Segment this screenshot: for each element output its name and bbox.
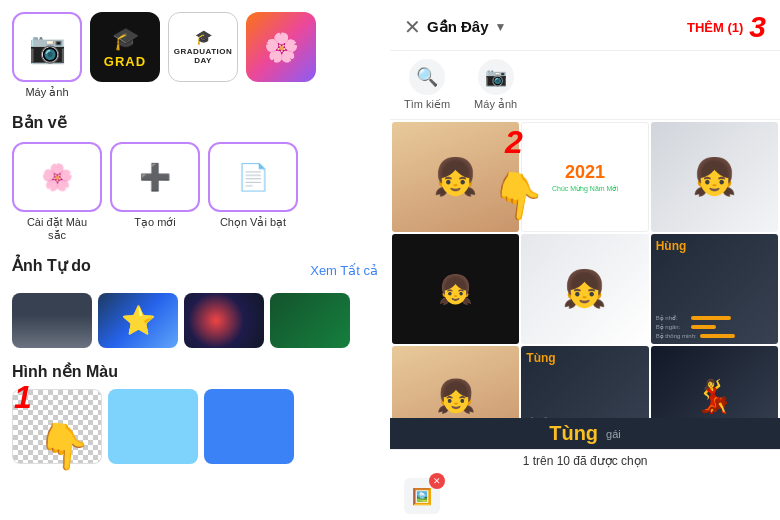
tung-big-bar: Tùng gái (390, 418, 780, 449)
them-button[interactable]: THÊM (1) (687, 20, 743, 35)
stat-label-2: Bộ ngân: (656, 323, 688, 330)
anhtudo-row: ⭐ (12, 293, 378, 348)
template-row: 📷 Máy ảnh 🎓 GRAD 🎓 GRADUATIONDAY 🌸 (12, 12, 378, 99)
camera-icon-box[interactable]: 📷 (12, 12, 82, 82)
text-2021: 2021 (565, 162, 605, 183)
xem-tat-ca-link[interactable]: Xem Tất cả (310, 263, 378, 278)
bottom-bar: 🖼️ ✕ (390, 472, 780, 520)
hinhnenmau-header: Hình nền Màu (12, 362, 378, 381)
stat-label-3: Bộ thông minh: (656, 332, 697, 339)
grad-item[interactable]: 🎓 GRAD (90, 12, 160, 99)
badge-3: 3 (749, 10, 766, 44)
anhtudo-section-label: Ảnh Tự do (12, 256, 91, 275)
stat-bar-1 (691, 316, 731, 320)
x-badge[interactable]: ✕ (429, 473, 445, 489)
banve-section-label: Bản vẽ (12, 113, 378, 132)
person-icon-3: 👧 (438, 273, 473, 306)
grid-cell-girl-full[interactable]: 👧 (392, 346, 519, 418)
person-icon-2: 👧 (692, 156, 737, 198)
search-label: Tìm kiếm (404, 98, 450, 111)
right-header: ✕ Gần Đây ▼ THÊM (1) 3 (390, 0, 780, 51)
grid-cell-girl2[interactable]: 👧 (651, 122, 778, 232)
anhtudo-header: Ảnh Tự do Xem Tất cả (12, 256, 378, 285)
gan-day-label[interactable]: Gần Đây (427, 18, 489, 36)
selected-count-bar: 1 trên 10 đã được chọn (390, 449, 780, 472)
camera-toolbar-label: Máy ảnh (474, 98, 517, 111)
tung-big-label: Tùng (549, 422, 598, 445)
graduation-box[interactable]: 🎓 GRADUATIONDAY (168, 12, 238, 82)
color-settings-box[interactable]: 🌸 (12, 142, 102, 212)
search-icon[interactable]: 🔍 (409, 59, 445, 95)
hung-title: Hùng (656, 239, 773, 253)
person-icon-1: 👧 (433, 156, 478, 198)
grad-text: GRAD (104, 54, 146, 69)
grid-cell-dark[interactable]: 👧 (392, 234, 519, 344)
badge-1: 1 (14, 379, 32, 416)
thumb-bokeh[interactable] (184, 293, 264, 348)
banve-row: 🌸 Cài đặt Màu sắc ➕ Tạo mới 📄 Chọn Vải b… (12, 142, 378, 242)
hinhnenmau-label: Hình nền Màu (12, 363, 118, 380)
text-chuc-mung: Chúc Mừng Năm Mới (552, 185, 618, 193)
badge-2: 2 (505, 124, 523, 161)
banve-item-color[interactable]: 🌸 Cài đặt Màu sắc (12, 142, 102, 242)
header-left: ✕ Gần Đây ▼ (404, 15, 506, 39)
photo-grid: 👧 2021 Chúc Mừng Năm Mới 👧 👧 👧 (390, 120, 780, 418)
person-icon-4: 👧 (562, 268, 607, 310)
search-item[interactable]: 🔍 Tìm kiếm (404, 59, 450, 111)
grad-box[interactable]: 🎓 GRAD (90, 12, 160, 82)
stat-bar-3 (700, 334, 735, 338)
thumb-sky[interactable] (12, 293, 92, 348)
selected-thumbnail-icon: 🖼️ (412, 487, 432, 506)
thumb-green[interactable] (270, 293, 350, 348)
person-icon-5: 👧 (436, 377, 476, 415)
camera-label: Máy ảnh (25, 86, 68, 99)
flower-box[interactable]: 🌸 (246, 12, 316, 82)
flower-item[interactable]: 🌸 (246, 12, 316, 99)
new-label: Tạo mới (134, 216, 176, 229)
hung-stats: Bộ nhớ: Bộ ngân: Bộ thông minh: (656, 314, 773, 339)
graduation-text: GRADUATIONDAY (174, 47, 233, 65)
banve-item-new[interactable]: ➕ Tạo mới (110, 142, 200, 242)
grid-cell-bright[interactable]: 👧 (521, 234, 648, 344)
selected-count-text: 1 trên 10 đã được chọn (523, 454, 648, 468)
canvas-box[interactable]: 📄 (208, 142, 298, 212)
new-box[interactable]: ➕ (110, 142, 200, 212)
graduation-item[interactable]: 🎓 GRADUATIONDAY (168, 12, 238, 99)
right-toolbar: 🔍 Tìm kiếm 📷 Máy ảnh (390, 51, 780, 120)
thumb-star[interactable]: ⭐ (98, 293, 178, 348)
camera-item[interactable]: 📷 Máy ảnh (12, 12, 82, 99)
tung-stats: Bộ nhớ: Bộ ngân: Bộ thông minh: (526, 416, 643, 418)
camera-toolbar-item[interactable]: 📷 Máy ảnh (474, 59, 517, 111)
grid-cell-tung[interactable]: Tùng Bộ nhớ: Bộ ngân: Bộ thông minh: (521, 346, 648, 418)
header-right: THÊM (1) 3 (687, 10, 766, 44)
tung-stat-1: Bộ nhớ: (526, 416, 558, 418)
mau-blue[interactable] (204, 389, 294, 464)
grad-hat-icon: 🎓 (112, 26, 139, 52)
right-panel: ✕ Gần Đây ▼ THÊM (1) 3 🔍 Tìm kiếm 📷 Máy … (390, 0, 780, 520)
graduation-hat-icon: 🎓 (195, 29, 212, 45)
selected-indicator[interactable]: 🖼️ ✕ (404, 478, 440, 514)
banve-item-canvas[interactable]: 📄 Chọn Vải bạt (208, 142, 298, 242)
left-panel: 📷 Máy ảnh 🎓 GRAD 🎓 GRADUATIONDAY 🌸 Bản v (0, 0, 390, 520)
stat-bar-2 (691, 325, 716, 329)
close-button[interactable]: ✕ (404, 15, 421, 39)
tung-title: Tùng (526, 351, 643, 365)
photo-grid-wrapper: 2 👇 👧 2021 Chúc Mừng Năm Mới 👧 👧 (390, 120, 780, 418)
tung-bar-1 (561, 418, 599, 419)
dancer-icon: 💃 (694, 377, 734, 415)
hinhnenmau-row: 1 👇 (12, 389, 378, 464)
grid-cell-hung[interactable]: Hùng Bộ nhớ: Bộ ngân: Bộ thông minh: (651, 234, 778, 344)
hand-pointer-2: 👇 (486, 166, 549, 227)
chevron-down-icon[interactable]: ▼ (495, 20, 507, 34)
canvas-label: Chọn Vải bạt (220, 216, 286, 229)
gai-label: gái (606, 428, 621, 440)
grid-cell-dancer[interactable]: 💃 (651, 346, 778, 418)
camera-toolbar-icon[interactable]: 📷 (478, 59, 514, 95)
hand-pointer-1: 👇 (34, 418, 93, 475)
mau-lightblue[interactable] (108, 389, 198, 464)
color-settings-label: Cài đặt Màu sắc (17, 216, 97, 242)
stat-label-1: Bộ nhớ: (656, 314, 688, 321)
